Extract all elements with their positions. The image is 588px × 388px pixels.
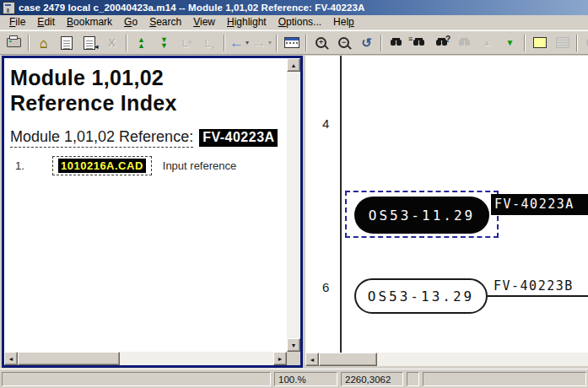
find-button[interactable] bbox=[385, 32, 407, 54]
entry-description: Input reference bbox=[163, 159, 236, 172]
reference-connector-line bbox=[488, 295, 588, 297]
reference-tag-selected[interactable]: FV-40223A bbox=[491, 194, 588, 215]
last-section-button[interactable] bbox=[153, 32, 175, 54]
find-next-button[interactable] bbox=[407, 32, 430, 54]
zoom-level-indicator: 100.% bbox=[274, 372, 337, 386]
reference-list-back-icon bbox=[84, 36, 95, 50]
scroll-left-button[interactable]: ◄ bbox=[305, 353, 319, 366]
print-button[interactable] bbox=[3, 32, 25, 54]
module-reference-line: Module 1,01,02 Reference: FV-40223A bbox=[10, 128, 287, 148]
back-button[interactable]: ←▾ bbox=[228, 32, 251, 54]
toolbar-separator bbox=[305, 35, 307, 51]
home-icon: ⌂ bbox=[40, 36, 48, 50]
drawing-border-line bbox=[340, 56, 342, 353]
highlight-box-icon bbox=[533, 37, 547, 48]
title-bar: case 2479 local c_20040423a.m14 -- Modul… bbox=[0, 0, 588, 15]
scroll-down-button[interactable]: ▼ bbox=[287, 338, 300, 352]
module-reference-value: FV-40223A bbox=[199, 129, 277, 147]
reference-list-back-button[interactable] bbox=[78, 32, 100, 54]
zoom-in-button[interactable] bbox=[310, 32, 332, 54]
menu-file[interactable]: File bbox=[3, 15, 31, 30]
drawing-horizontal-scrollbar[interactable]: ◄ bbox=[305, 353, 588, 366]
heading-line-2: Reference Index bbox=[10, 90, 287, 116]
close-reference-button: X bbox=[100, 32, 123, 54]
menu-go[interactable]: Go bbox=[118, 15, 143, 30]
back-arrow-icon: ← bbox=[229, 35, 244, 50]
window-title: case 2479 local c_20040423a.m14 -- Modul… bbox=[19, 3, 364, 13]
left-pane-vertical-scrollbar[interactable]: ▲ ▼ bbox=[287, 58, 300, 352]
triangle-down-icon: ▼ bbox=[506, 39, 515, 47]
status-panel-small bbox=[407, 372, 419, 386]
work-area: Module 1,01,02 Reference Index Module 1,… bbox=[0, 55, 588, 369]
menu-edit[interactable]: Edit bbox=[31, 15, 61, 30]
zoom-in-icon bbox=[316, 37, 326, 48]
level-up-button bbox=[175, 32, 198, 54]
reference-node-selected[interactable]: OS53-11.29 bbox=[354, 197, 489, 234]
toolbar-separator bbox=[524, 35, 526, 51]
drawing-canvas[interactable]: 4 6 OS53-11.29 FV-40223A OS53-13.29 FV-4… bbox=[305, 56, 588, 353]
dropdown-caret-icon[interactable]: ▾ bbox=[245, 39, 249, 46]
menu-options[interactable]: Options... bbox=[272, 15, 327, 30]
scroll-up-button[interactable]: ▲ bbox=[287, 58, 300, 72]
next-hit-button[interactable]: ▼ bbox=[499, 32, 521, 54]
previous-hit-button: ▲ bbox=[476, 32, 499, 54]
menu-bookmark[interactable]: Bookmark bbox=[61, 15, 118, 30]
binoculars-question-icon bbox=[436, 40, 441, 46]
toolbar-separator bbox=[576, 35, 578, 51]
module-reference-link[interactable]: Module 1,01,02 Reference: bbox=[10, 128, 193, 148]
scroll-left-button[interactable]: ◄ bbox=[4, 352, 18, 365]
heading-line-1: Module 1,01,02 bbox=[10, 65, 287, 90]
pane-heading: Module 1,01,02 Reference Index bbox=[10, 65, 287, 116]
reference-node[interactable]: OS53-13.29 bbox=[354, 278, 488, 314]
toolbar-separator bbox=[126, 35, 127, 51]
scroll-right-button[interactable]: ► bbox=[273, 352, 287, 365]
zoom-out-icon bbox=[338, 37, 349, 48]
binoculars-icon bbox=[391, 40, 396, 46]
first-section-button[interactable] bbox=[130, 32, 153, 54]
forward-button: →▾ bbox=[251, 32, 273, 54]
toolbar: ⌂X←▾→▾↺▲▼ bbox=[0, 30, 588, 55]
menu-view[interactable]: View bbox=[187, 15, 221, 30]
binoculars-gray-icon bbox=[459, 40, 464, 46]
menu-search[interactable]: Search bbox=[143, 15, 187, 30]
find-all-button bbox=[453, 32, 476, 54]
reference-entry-row: 1. 1010216A.CAD Input reference bbox=[15, 156, 287, 175]
dropdown-caret-icon[interactable]: ▾ bbox=[268, 39, 272, 46]
reference-index-pane: Module 1,01,02 Reference Index Module 1,… bbox=[2, 56, 303, 368]
highlight-button[interactable] bbox=[528, 32, 551, 54]
horizontal-scroll-thumb[interactable] bbox=[18, 352, 120, 365]
reference-list-icon bbox=[61, 36, 73, 50]
level-down-icon bbox=[205, 36, 214, 50]
reference-list-button[interactable] bbox=[55, 32, 78, 54]
menu-help[interactable]: Help bbox=[327, 15, 360, 30]
zoom-out-button[interactable] bbox=[332, 32, 355, 54]
left-pane-horizontal-scrollbar[interactable]: ◄ ► bbox=[4, 352, 287, 365]
cursor-coordinates: 2260,3062 bbox=[341, 372, 403, 386]
level-up-icon bbox=[182, 36, 192, 50]
horizontal-scroll-thumb[interactable] bbox=[319, 353, 377, 366]
forward-arrow-icon: → bbox=[252, 35, 267, 50]
status-bar: 100.% 2260,3062 bbox=[0, 369, 588, 388]
home-button[interactable]: ⌂ bbox=[32, 32, 55, 54]
refresh-icon: ↺ bbox=[361, 36, 372, 49]
entry-code-selection-box[interactable]: 1010216A.CAD bbox=[52, 156, 152, 175]
binoculars-lines-icon bbox=[413, 40, 418, 46]
menu-bar: FileEditBookmarkGoSearchViewHighlightOpt… bbox=[0, 15, 588, 30]
level-down-button bbox=[198, 32, 221, 54]
entry-code-link[interactable]: 1010216A.CAD bbox=[58, 159, 146, 173]
notes-button bbox=[551, 32, 574, 54]
reference-tag[interactable]: FV-40223B bbox=[494, 278, 574, 294]
entry-number: 1. bbox=[15, 159, 52, 172]
close-x-icon: X bbox=[108, 37, 116, 48]
printer-icon bbox=[7, 38, 21, 47]
menu-highlight[interactable]: Highlight bbox=[221, 15, 272, 30]
toolbar-separator bbox=[380, 35, 382, 51]
toolbar-options-button[interactable] bbox=[280, 32, 303, 54]
reference-index-content: Module 1,01,02 Reference Index Module 1,… bbox=[4, 58, 287, 352]
find-review-button[interactable] bbox=[430, 32, 453, 54]
scrollbar-corner bbox=[287, 352, 300, 365]
toolbar-separator bbox=[28, 35, 30, 51]
refresh-button[interactable]: ↺ bbox=[355, 32, 378, 54]
app-icon[interactable] bbox=[3, 2, 15, 14]
notes-icon bbox=[556, 37, 569, 48]
